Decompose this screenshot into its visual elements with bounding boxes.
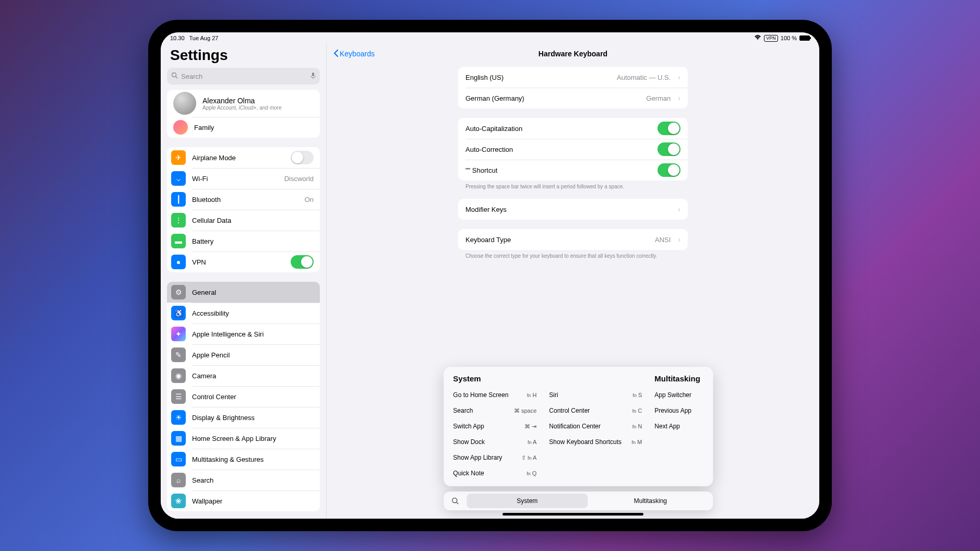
language-row[interactable]: German (Germany)German› <box>458 88 688 109</box>
option-label: "" Shortcut <box>465 166 652 174</box>
multitasking-icon: ▭ <box>171 452 186 466</box>
battery-icon: ▬ <box>171 234 186 248</box>
modifier-group: Modifier Keys › <box>458 199 688 220</box>
shortcut-keys: fn C <box>632 408 642 414</box>
sidebar-item-wi-fi[interactable]: ⌵Wi-FiDiscworld <box>167 168 320 189</box>
sidebar-item-battery[interactable]: ▬Battery <box>167 231 320 251</box>
shortcut-item[interactable]: Search⌘ space <box>453 403 536 418</box>
airplane-icon: ✈ <box>171 150 186 165</box>
modifier-keys-row[interactable]: Modifier Keys › <box>458 199 688 220</box>
option-label: Auto-Correction <box>465 146 652 153</box>
svg-point-0 <box>172 73 176 77</box>
sidebar-item-value: On <box>305 196 314 203</box>
shortcut-item[interactable]: Quick Notefn Q <box>453 465 536 481</box>
wi-fi-icon: ⌵ <box>171 171 186 186</box>
sidebar-item-general[interactable]: ⚙General <box>167 282 320 303</box>
sidebar-item-camera[interactable]: ◉Camera <box>167 365 320 386</box>
shortcut-item[interactable]: Go to Home Screenfn H <box>453 387 536 403</box>
keyboard-type-row[interactable]: Keyboard Type ANSI › <box>458 229 688 250</box>
lang-label: German (Germany) <box>465 94 641 102</box>
control-icon: ☰ <box>171 389 186 404</box>
language-group: English (US)Automatic — U.S.›German (Ger… <box>458 67 688 109</box>
back-button[interactable]: Keyboards <box>333 49 375 59</box>
sidebar-item-display-brightness[interactable]: ☀Display & Brightness <box>167 407 320 428</box>
language-row[interactable]: English (US)Automatic — U.S.› <box>458 67 688 88</box>
sidebar-item-wallpaper[interactable]: ❀Wallpaper <box>167 490 320 511</box>
account-sub: Apple Account, iCloud+, and more <box>202 105 281 111</box>
shortcut-item[interactable]: Show App Library⇧ fn A <box>453 450 536 465</box>
tab-system[interactable]: System <box>467 494 588 508</box>
account-group: Alexander Olma Apple Account, iCloud+, a… <box>167 90 320 138</box>
sidebar-item-value: Discworld <box>284 175 314 183</box>
sidebar-item-label: VPN <box>192 258 284 266</box>
sidebar-item-airplane-mode[interactable]: ✈Airplane Mode <box>167 147 320 168</box>
shortcut-keys: fn Q <box>527 470 536 476</box>
shortcut-label: Quick Note <box>453 470 484 477</box>
sidebar-item-bluetooth[interactable]: ┃BluetoothOn <box>167 189 320 210</box>
sidebar-item-cellular-data[interactable]: ⋮Cellular Data <box>167 210 320 231</box>
shortcut-item[interactable]: Next Appfn <box>654 418 713 434</box>
sidebar-item-multitasking-gestures[interactable]: ▭Multitasking & Gestures <box>167 449 320 470</box>
shortcut-label: App Switcher <box>654 391 691 399</box>
shortcut-label: Control Center <box>549 407 590 414</box>
search-icon <box>171 72 178 80</box>
svg-point-3 <box>452 498 457 503</box>
shortcut-label: Show Keyboard Shortcuts <box>549 438 622 446</box>
sidebar-item-home-screen-app-library[interactable]: ▦Home Screen & App Library <box>167 428 320 449</box>
kbtype-footer: Choose the correct type for your keyboar… <box>458 253 688 259</box>
sidebar-item-label: Battery <box>192 237 314 245</box>
vpn-icon: ● <box>171 255 186 269</box>
sidebar-item-label: Search <box>192 476 314 484</box>
shortcut-search-button[interactable] <box>446 497 464 505</box>
toggle[interactable] <box>658 163 680 177</box>
account-row[interactable]: Alexander Olma Apple Account, iCloud+, a… <box>167 90 320 117</box>
sidebar-item-apple-intelligence-siri[interactable]: ✦Apple Intelligence & Siri <box>167 324 320 344</box>
sidebar-item-search[interactable]: ⌕Search <box>167 470 320 490</box>
sidebar-item-label: Camera <box>192 372 314 380</box>
toggle[interactable] <box>658 142 680 156</box>
battery-percent: 100 % <box>781 35 797 41</box>
display-icon: ☀ <box>171 410 186 425</box>
shortcut-keys: ⌘ ⇥ <box>524 423 536 430</box>
shortcut-item[interactable]: App Switcherfn <box>654 387 713 403</box>
lang-value: Automatic — U.S. <box>617 74 671 81</box>
option-label: Auto-Capitalization <box>465 125 652 133</box>
modifier-label: Modifier Keys <box>465 206 671 213</box>
apple-icon: ✎ <box>171 348 186 362</box>
shortcut-item[interactable]: Show Keyboard Shortcutsfn M <box>549 434 642 450</box>
family-label: Family <box>194 124 314 131</box>
vpn-badge: VPN <box>764 35 778 42</box>
shortcut-item[interactable]: Notification Centerfn N <box>549 418 642 434</box>
shortcut-keys: fn H <box>527 392 537 398</box>
sidebar-item-apple-pencil[interactable]: ✎Apple Pencil <box>167 344 320 365</box>
search-input[interactable]: Search <box>167 68 320 85</box>
sidebar-item-vpn[interactable]: ●VPN <box>167 251 320 272</box>
shortcut-item[interactable]: Previous Appfn <box>654 403 713 418</box>
shortcut-keys: fn N <box>632 423 642 429</box>
sidebar-item-control-center[interactable]: ☰Control Center <box>167 386 320 407</box>
toggle[interactable] <box>291 151 314 164</box>
toggle[interactable] <box>291 255 314 269</box>
status-date: Tue Aug 27 <box>189 35 219 41</box>
toggle[interactable] <box>658 122 680 135</box>
chevron-right-icon: › <box>678 235 680 244</box>
shortcut-label: Previous App <box>654 407 691 414</box>
page-title: Hardware Keyboard <box>539 50 607 58</box>
mic-icon[interactable] <box>310 72 316 81</box>
shortcut-item[interactable]: Switch App⌘ ⇥ <box>453 418 536 434</box>
family-row[interactable]: Family <box>167 117 320 138</box>
shortcut-keys: fn A <box>528 439 536 445</box>
typing-option-row: Auto-Correction <box>458 139 688 160</box>
home-indicator[interactable] <box>503 513 643 516</box>
shortcut-label: Siri <box>549 391 558 399</box>
shortcut-item[interactable]: Sirifn S <box>549 387 642 403</box>
network-group: ✈Airplane Mode⌵Wi-FiDiscworld┃BluetoothO… <box>167 147 320 272</box>
tab-multitasking[interactable]: Multitasking <box>590 494 711 508</box>
shortcut-item[interactable]: Control Centerfn C <box>549 403 642 418</box>
sidebar-item-label: Home Screen & App Library <box>192 435 314 442</box>
status-bar: 10.30 Tue Aug 27 VPN 100 % <box>161 32 819 44</box>
typing-footer: Pressing the space bar twice will insert… <box>458 184 688 189</box>
camera-icon: ◉ <box>171 368 186 383</box>
sidebar-item-accessibility[interactable]: ♿Accessibility <box>167 303 320 324</box>
shortcut-item[interactable]: Show Dockfn A <box>453 434 536 450</box>
